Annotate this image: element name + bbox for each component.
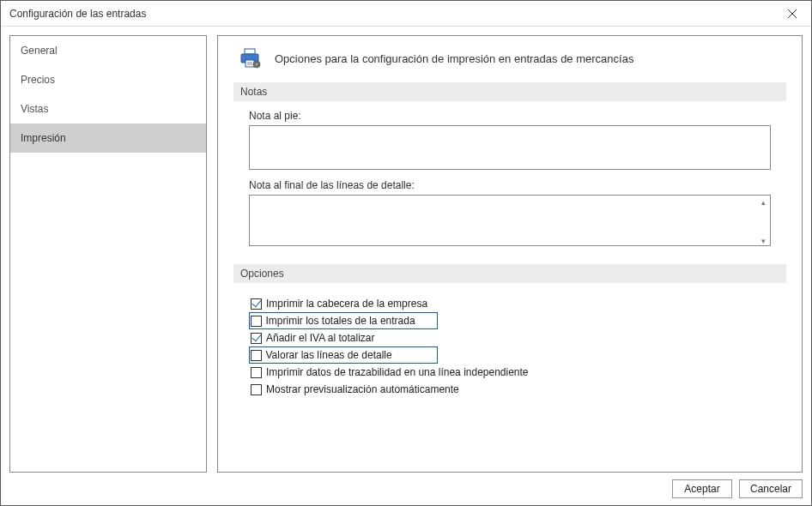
- checkbox-icon: [251, 384, 262, 395]
- option-label: Imprimir los totales de la entrada: [266, 315, 415, 327]
- option-label: Imprimir la cabecera de la empresa: [266, 298, 427, 310]
- option-print-traceability-separate-line[interactable]: Imprimir datos de trazabilidad en una lí…: [249, 364, 771, 381]
- option-show-preview-automatically[interactable]: Mostrar previsualización automáticamente: [249, 381, 771, 398]
- option-label: Mostrar previsualización automáticamente: [266, 383, 459, 395]
- checkbox-icon: [251, 298, 262, 310]
- dialog-body: General Precios Vistas Impresión: [1, 27, 811, 505]
- panels: General Precios Vistas Impresión: [9, 35, 803, 473]
- field-detail-end-note: Nota al final de las líneas de detalle: …: [233, 179, 786, 256]
- svg-rect-2: [245, 49, 255, 54]
- dialog-footer: Aceptar Cancelar: [9, 473, 803, 498]
- footer-note-input[interactable]: [249, 125, 771, 170]
- sidebar-item-impresion[interactable]: Impresión: [10, 123, 206, 153]
- field-footer-note: Nota al pie:: [233, 110, 786, 179]
- sidebar-item-precios[interactable]: Precios: [10, 65, 206, 94]
- detail-end-note-label: Nota al final de las líneas de detalle:: [249, 179, 771, 191]
- detail-end-note-input[interactable]: [249, 195, 771, 246]
- option-print-entry-totals[interactable]: Imprimir los totales de la entrada: [249, 312, 438, 329]
- close-button[interactable]: [773, 1, 811, 27]
- checkbox-icon: [251, 367, 262, 378]
- main-title: Opciones para la configuración de impres…: [275, 52, 633, 65]
- main-panel: Opciones para la configuración de impres…: [217, 35, 803, 473]
- checkbox-icon: [251, 333, 262, 344]
- option-value-detail-lines[interactable]: Valorar las líneas de detalle: [249, 346, 438, 364]
- svg-rect-4: [245, 60, 254, 67]
- options-block: Imprimir la cabecera de la empresa Impri…: [233, 292, 786, 398]
- main-header: Opciones para la configuración de impres…: [233, 48, 786, 69]
- sidebar: General Precios Vistas Impresión: [9, 35, 207, 473]
- section-header-opciones: Opciones: [233, 264, 786, 283]
- window-title: Configuración de las entradas: [9, 8, 773, 20]
- close-icon: [788, 9, 797, 18]
- checkbox-icon: [251, 316, 262, 327]
- printer-icon: [239, 48, 263, 69]
- checkbox-icon: [251, 350, 262, 361]
- cancel-button[interactable]: Cancelar: [739, 479, 803, 498]
- section-header-notas: Notas: [233, 82, 786, 101]
- option-label: Añadir el IVA al totalizar: [266, 332, 375, 344]
- option-add-vat-total[interactable]: Añadir el IVA al totalizar: [249, 329, 771, 346]
- accept-button[interactable]: Aceptar: [672, 479, 732, 498]
- sidebar-item-vistas[interactable]: Vistas: [10, 94, 206, 123]
- dialog-window: Configuración de las entradas General Pr…: [0, 0, 812, 506]
- sidebar-item-general[interactable]: General: [10, 36, 206, 65]
- option-label: Imprimir datos de trazabilidad en una lí…: [266, 366, 529, 378]
- footer-note-label: Nota al pie:: [249, 110, 771, 122]
- titlebar: Configuración de las entradas: [1, 1, 811, 27]
- option-label: Valorar las líneas de detalle: [266, 349, 392, 361]
- svg-point-8: [256, 63, 258, 66]
- option-print-company-header[interactable]: Imprimir la cabecera de la empresa: [249, 295, 771, 312]
